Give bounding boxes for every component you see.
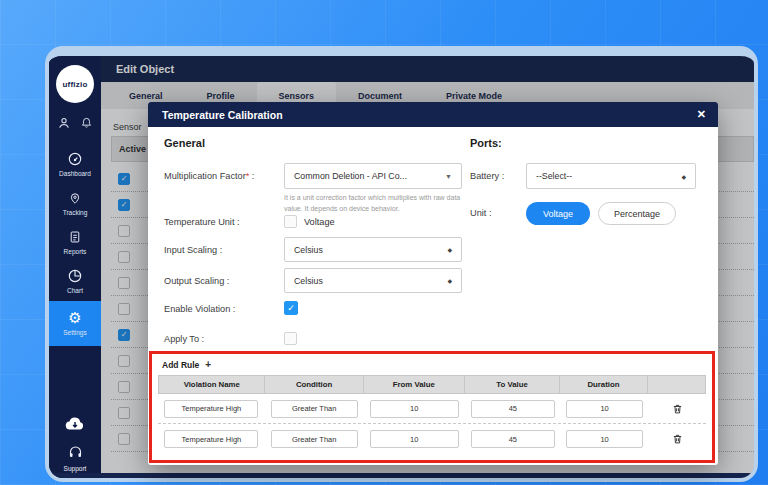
sensor-row-checkbox[interactable]: ✓	[118, 173, 130, 185]
enable-violation-checkbox[interactable]: ✓	[284, 301, 298, 315]
unit-percentage-pill[interactable]: Percentage	[598, 202, 676, 225]
sidebar-item-label: Reports	[64, 248, 87, 255]
rule-cell: 10	[561, 430, 649, 448]
rule-cell: 45	[465, 400, 561, 418]
output-scaling-select[interactable]: Celsius ◆	[284, 268, 462, 293]
input-scaling-select[interactable]: Celsius ◆	[284, 237, 462, 262]
select-indicator-icon: ◆	[447, 277, 452, 284]
rule-cell	[648, 433, 706, 445]
sensor-row-checkbox[interactable]	[118, 355, 130, 367]
unit-voltage-pill[interactable]: Voltage	[526, 202, 590, 225]
rules-column-header: To Value	[465, 376, 561, 393]
sidebar-item-support[interactable]: Support	[64, 445, 87, 472]
sensor-row-checkbox[interactable]	[118, 381, 130, 393]
rule-input-to-value[interactable]: 45	[471, 430, 555, 448]
page-title: Edit Object	[116, 63, 174, 75]
add-rule-title: Add Rule+	[162, 359, 211, 370]
output-scaling-label: Output Scaling :	[164, 276, 229, 286]
rule-input-violation-name[interactable]: Temperature High	[164, 400, 258, 418]
rule-cell	[648, 403, 706, 415]
screenshot-stage: uffizio DashboardTrackingReportsChart⚙Se…	[0, 0, 768, 485]
temperature-unit-checkbox-label: Voltage	[304, 217, 335, 227]
apply-to-label: Apply To :	[164, 334, 204, 344]
sensor-row-checkbox[interactable]	[118, 225, 130, 237]
select-indicator-icon: ◆	[681, 173, 686, 180]
modal-title: Temperature Calibration	[148, 109, 283, 121]
uffizio-logo[interactable]: uffizio	[56, 65, 94, 103]
tracking-icon	[68, 190, 82, 206]
window-bottom-edge	[49, 473, 754, 478]
add-rule-section: Add Rule+ Violation NameConditionFrom Va…	[149, 351, 715, 463]
modal-body: General Multiplication Factor* : Common …	[148, 127, 718, 465]
sidebar-item-chart[interactable]: Chart	[49, 262, 101, 301]
ports-section-heading: Ports:	[470, 137, 502, 149]
rules-column-header: Duration	[560, 376, 647, 393]
battery-label: Battery :	[470, 171, 504, 181]
sidebar-item-reports[interactable]: Reports	[49, 223, 101, 262]
sidebar-item-label: Tracking	[63, 209, 88, 216]
sensor-row-checkbox[interactable]	[118, 433, 130, 445]
rule-input-duration[interactable]: 10	[566, 430, 643, 448]
rule-input-duration[interactable]: 10	[566, 400, 643, 418]
general-section-heading: General	[164, 137, 205, 149]
rule-input-to-value[interactable]: 45	[471, 400, 555, 418]
settings-gear-icon: ⚙	[68, 310, 81, 326]
sidebar-top-icons	[57, 116, 93, 130]
sidebar-item-settings[interactable]: ⚙Settings	[49, 301, 101, 346]
rule-cell: Temperature High	[158, 430, 265, 448]
rules-column-header: From Value	[364, 376, 465, 393]
trash-icon[interactable]	[672, 433, 683, 445]
sensor-row-checkbox[interactable]: ✓	[118, 329, 130, 341]
multiplication-factor-select[interactable]: Common Deletion - API Co... ▼	[284, 163, 462, 189]
rule-row: Temperature HighGreater Than104510	[158, 424, 706, 454]
rule-cell: 45	[465, 430, 561, 448]
multiplication-factor-label: Multiplication Factor* :	[164, 171, 254, 181]
trash-icon[interactable]	[672, 403, 683, 415]
temperature-calibration-modal: Temperature Calibration ✕ General Multip…	[148, 102, 718, 465]
select-indicator-icon: ◆	[447, 246, 452, 253]
rule-input-from-value[interactable]: 10	[370, 430, 459, 448]
rule-input-condition[interactable]: Greater Than	[271, 400, 358, 418]
rules-column-header: Violation Name	[159, 376, 265, 393]
sidebar-item-label: Dashboard	[59, 170, 91, 177]
rules-column-header	[648, 376, 705, 393]
sidebar-nav: DashboardTrackingReportsChart⚙Settings	[49, 145, 101, 346]
sidebar-item-label: Chart	[67, 287, 83, 294]
logo-text: uffizio	[63, 80, 88, 89]
close-icon[interactable]: ✕	[697, 108, 706, 121]
sensor-row-checkbox[interactable]	[118, 407, 130, 419]
sensor-row-checkbox[interactable]: ✓	[118, 199, 130, 211]
add-rule-plus-icon[interactable]: +	[205, 359, 211, 370]
sidebar-item-dashboard[interactable]: Dashboard	[49, 145, 101, 184]
rule-input-from-value[interactable]: 10	[370, 400, 459, 418]
sensor-row-checkbox[interactable]	[118, 303, 130, 315]
sensor-row-checkbox[interactable]	[118, 251, 130, 263]
sensor-section-label: Sensor	[113, 122, 142, 132]
input-scaling-label: Input Scaling :	[164, 245, 222, 255]
headphones-icon	[68, 445, 83, 463]
rule-row: Temperature HighGreater Than104510	[158, 394, 706, 424]
rule-input-condition[interactable]: Greater Than	[271, 430, 358, 448]
apply-to-checkbox[interactable]	[284, 332, 297, 345]
user-icon[interactable]	[57, 116, 71, 130]
temperature-unit-checkbox[interactable]	[284, 215, 297, 228]
cloud-download-icon[interactable]	[64, 415, 86, 435]
multiplication-factor-helper: It is a unit correction factor which mul…	[284, 193, 472, 214]
sidebar-item-label: Settings	[63, 329, 87, 336]
support-label: Support	[64, 465, 87, 472]
sensor-row-checkbox[interactable]	[118, 277, 130, 289]
rule-cell: Greater Than	[265, 430, 364, 448]
rule-input-violation-name[interactable]: Temperature High	[164, 430, 258, 448]
enable-violation-label: Enable Violation :	[164, 304, 235, 314]
modal-header: Temperature Calibration ✕	[148, 102, 718, 127]
sensor-column-header: Active	[112, 144, 152, 154]
dashboard-icon	[67, 151, 83, 167]
chevron-down-icon: ▼	[445, 173, 452, 180]
sidebar: uffizio DashboardTrackingReportsChart⚙Se…	[49, 56, 101, 478]
rule-cell: Greater Than	[265, 400, 364, 418]
rule-cell: 10	[363, 400, 464, 418]
bell-icon[interactable]	[80, 116, 93, 130]
rule-cell: 10	[561, 400, 649, 418]
battery-select[interactable]: --Select-- ◆	[526, 163, 696, 189]
sidebar-item-tracking[interactable]: Tracking	[49, 184, 101, 223]
